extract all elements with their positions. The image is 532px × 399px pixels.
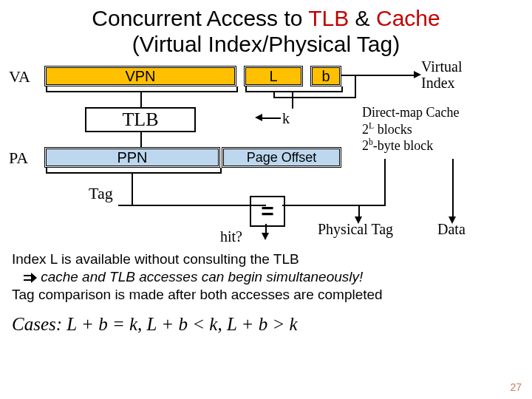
cases-line: Cases: L + b = k, L + b < k, L + b > k [12,314,298,335]
slide-title: Concurrent Access to TLB & Cache (Virtua… [0,0,532,57]
virtual-index-label: Virtual Index [421,58,462,91]
b-field: b [312,67,340,85]
tlb-box: TLB [85,107,196,132]
pa-label: PA [9,149,28,168]
cache-desc: Direct-map Cache 2L blocks 2b-byte block [362,104,459,154]
va-label: VA [9,67,30,86]
k-label: k [282,110,290,127]
body-text: Index L is available without consulting … [12,250,522,303]
tag-label: Tag [89,184,113,203]
comparator-box: = [250,196,285,227]
page-offset-field: Page Offset [223,149,340,166]
page-number: 27 [510,381,522,393]
ppn-field: PPN [46,149,219,166]
diagram-canvas: VA VPN L b Virtual Index TLB k Direct-ma… [0,57,532,375]
hit-label: hit? [220,228,242,245]
L-field: L [245,67,301,85]
vpn-field: VPN [46,67,235,85]
